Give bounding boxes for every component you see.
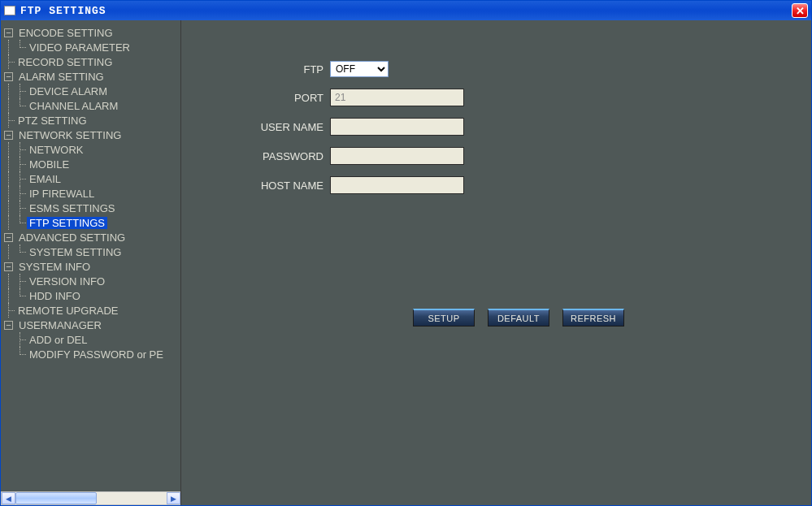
tree-item-advanced-setting[interactable]: − ADVANCED SETTING xyxy=(4,230,180,244)
tree-label: VIDEO PARAMETER xyxy=(27,41,132,54)
scroll-left-button[interactable]: ◀ xyxy=(2,492,15,504)
ftp-select[interactable]: OFF xyxy=(330,61,389,77)
collapse-icon[interactable]: − xyxy=(4,72,13,81)
tree-item-usermanager[interactable]: − USERMANAGER xyxy=(4,318,180,332)
chevron-left-icon: ◀ xyxy=(6,495,11,503)
sidebar: − ENCODE SETTING VIDEO PARAMETER RECORD … xyxy=(1,20,181,505)
tree-item-alarm-setting[interactable]: − ALARM SETTING xyxy=(4,69,180,84)
chevron-right-icon: ▶ xyxy=(171,495,176,503)
tree-label: ALARM SETTING xyxy=(16,71,106,83)
tree-item-video-parameter[interactable]: VIDEO PARAMETER xyxy=(4,40,180,54)
tree-label: ENCODE SETTING xyxy=(16,27,115,39)
password-label: PASSWORD xyxy=(206,150,323,162)
tree-label: NETWORK SETTING xyxy=(16,129,124,141)
tree-label: SYSTEM INFO xyxy=(16,261,93,273)
button-row: SETUP DEFAULT REFRESH xyxy=(413,309,624,327)
tree-item-record-setting[interactable]: RECORD SETTING xyxy=(4,54,180,69)
tree-item-email[interactable]: EMAIL xyxy=(4,171,180,186)
tree-label: SYSTEM SETTING xyxy=(27,246,124,258)
settings-tree: − ENCODE SETTING VIDEO PARAMETER RECORD … xyxy=(1,20,180,491)
form-row-ftp: FTP OFF xyxy=(206,61,787,77)
tree-label: ESMS SETTINGS xyxy=(27,202,117,214)
tree-item-encode-setting[interactable]: − ENCODE SETTING xyxy=(4,25,180,40)
tree-item-remote-upgrade[interactable]: REMOTE UPGRADE xyxy=(4,303,180,318)
main-panel: FTP OFF PORT USER NAME PASSWORD HOST NAM… xyxy=(181,20,811,505)
tree-item-hdd-info[interactable]: HDD INFO xyxy=(4,288,180,303)
form-row-password: PASSWORD xyxy=(206,147,787,165)
settings-window: FTP SETTINGS ✕ − ENCODE SETTING VIDEO PA… xyxy=(0,0,812,506)
port-label: PORT xyxy=(206,92,323,104)
window-body: − ENCODE SETTING VIDEO PARAMETER RECORD … xyxy=(1,20,811,505)
tree-item-add-or-del[interactable]: ADD or DEL xyxy=(4,332,180,347)
tree-item-ptz-setting[interactable]: PTZ SETTING xyxy=(4,113,180,128)
tree-item-network[interactable]: NETWORK xyxy=(4,142,180,157)
tree-item-modify-password[interactable]: MODIFY PASSWORD or PE xyxy=(4,347,180,361)
tree-label: USERMANAGER xyxy=(16,319,104,331)
sidebar-hscrollbar[interactable]: ◀ ▶ xyxy=(1,491,181,505)
tree-label: PTZ SETTING xyxy=(15,115,89,127)
username-label: USER NAME xyxy=(206,121,323,133)
scroll-thumb[interactable] xyxy=(15,492,97,504)
close-button[interactable]: ✕ xyxy=(792,3,808,18)
tree-label: VERSION INFO xyxy=(27,275,107,288)
hostname-input[interactable] xyxy=(330,176,464,194)
refresh-button[interactable]: REFRESH xyxy=(562,309,624,327)
window-icon xyxy=(4,6,15,15)
tree-item-mobile[interactable]: MOBILE xyxy=(4,157,180,171)
scroll-track[interactable] xyxy=(15,492,167,504)
collapse-icon[interactable]: − xyxy=(4,28,13,37)
tree-item-channel-alarm[interactable]: CHANNEL ALARM xyxy=(4,98,180,113)
tree-label: FTP SETTINGS xyxy=(27,217,107,229)
collapse-icon[interactable]: − xyxy=(4,262,13,271)
tree-item-ip-firewall[interactable]: IP FIREWALL xyxy=(4,186,180,201)
tree-item-esms-settings[interactable]: ESMS SETTINGS xyxy=(4,201,180,215)
tree-item-system-setting[interactable]: SYSTEM SETTING xyxy=(4,244,180,259)
setup-button[interactable]: SETUP xyxy=(413,309,475,327)
tree-label: ADVANCED SETTING xyxy=(16,231,128,244)
tree-label: ADD or DEL xyxy=(27,334,90,346)
tree-item-system-info[interactable]: − SYSTEM INFO xyxy=(4,259,180,274)
titlebar: FTP SETTINGS ✕ xyxy=(1,1,811,20)
form-row-port: PORT xyxy=(206,89,787,106)
collapse-icon[interactable]: − xyxy=(4,233,13,242)
default-button[interactable]: DEFAULT xyxy=(488,309,549,327)
port-input[interactable] xyxy=(330,89,464,106)
collapse-icon[interactable]: − xyxy=(4,321,13,330)
tree-item-network-setting[interactable]: − NETWORK SETTING xyxy=(4,128,180,142)
tree-label: MODIFY PASSWORD or PE xyxy=(27,348,166,361)
username-input[interactable] xyxy=(330,118,464,136)
collapse-icon[interactable]: − xyxy=(4,131,13,140)
form-row-hostname: HOST NAME xyxy=(206,176,787,194)
tree-label: NETWORK xyxy=(27,144,85,156)
tree-label: HDD INFO xyxy=(27,290,83,302)
scroll-right-button[interactable]: ▶ xyxy=(167,492,180,504)
tree-item-ftp-settings[interactable]: FTP SETTINGS xyxy=(4,215,180,230)
ftp-label: FTP xyxy=(206,63,323,76)
tree-label: IP FIREWALL xyxy=(27,188,97,200)
tree-item-device-alarm[interactable]: DEVICE ALARM xyxy=(4,84,180,98)
form-row-username: USER NAME xyxy=(206,118,787,136)
tree-label: DEVICE ALARM xyxy=(27,85,110,97)
tree-label: EMAIL xyxy=(27,173,63,185)
tree-label: RECORD SETTING xyxy=(15,56,115,68)
hostname-label: HOST NAME xyxy=(206,179,323,192)
tree-item-version-info[interactable]: VERSION INFO xyxy=(4,274,180,288)
tree-label: CHANNEL ALARM xyxy=(27,100,120,112)
window-title: FTP SETTINGS xyxy=(20,5,792,17)
tree-label: MOBILE xyxy=(27,158,72,171)
close-icon: ✕ xyxy=(796,5,805,17)
tree-label: REMOTE UPGRADE xyxy=(15,305,121,317)
password-input[interactable] xyxy=(330,147,464,165)
